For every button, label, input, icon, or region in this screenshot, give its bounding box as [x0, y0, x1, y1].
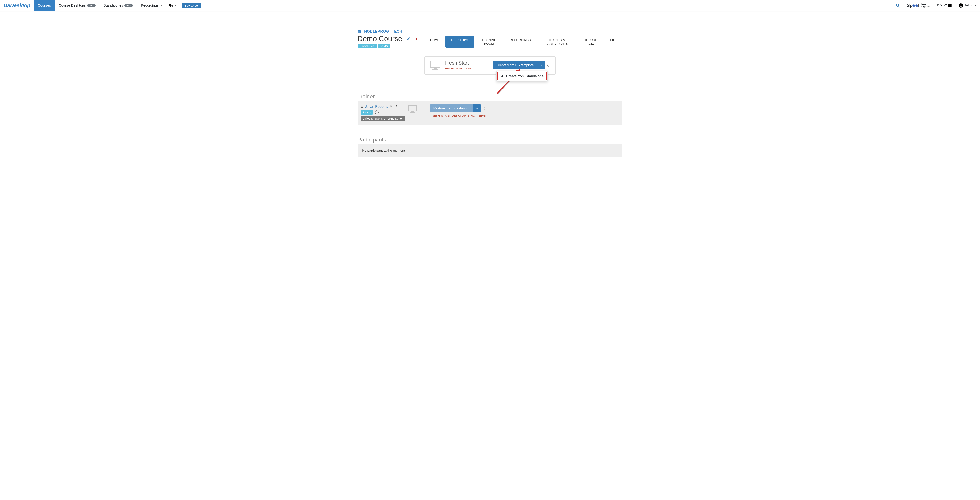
nav-dd4w-label: DD4W [937, 3, 947, 8]
desktop-icon [408, 105, 417, 113]
person-icon [361, 105, 363, 108]
trash-icon[interactable] [415, 37, 418, 41]
search-icon[interactable] [892, 3, 903, 8]
nav-user-menu[interactable]: Julian ▼ [956, 3, 980, 8]
history-icon[interactable] [483, 107, 487, 110]
svg-point-10 [951, 5, 952, 6]
tab-recordings[interactable]: RECORDINGS [504, 36, 537, 48]
svg-rect-14 [434, 68, 437, 69]
server-icon [948, 4, 952, 7]
svg-text:A: A [169, 4, 170, 6]
breadcrumb-org[interactable]: NOBLEPROG [364, 29, 389, 34]
trainer-location-badge: United Kingdom, Chipping Norton [361, 116, 405, 121]
tab-course-roll[interactable]: COURSE ROLL [577, 36, 604, 48]
svg-rect-21 [411, 112, 414, 112]
spool-sub: learntogether [921, 3, 931, 8]
svg-point-12 [960, 5, 961, 5]
trainer-desktop-warning: FRESH-START DESKTOP IS NOT READY [430, 114, 488, 117]
svg-point-19 [361, 105, 363, 107]
nav-recordings-label: Recordings [141, 3, 159, 8]
course-tabs: HOME DESKTOPS TRAINING ROOM RECORDINGS T… [424, 36, 622, 48]
tag-demo: DEMO [378, 44, 390, 48]
participants-heading: Participants [358, 137, 622, 143]
nav-standalones-badge: 445 [124, 3, 133, 8]
trainer-s-badge: S [390, 104, 392, 107]
edit-icon[interactable] [407, 37, 410, 41]
trainer-name-link[interactable]: Julian Robbins [365, 105, 388, 109]
top-nav: DaDesktop Courses Course Desktops 391 St… [0, 0, 980, 11]
svg-rect-22 [410, 112, 415, 113]
history-icon[interactable] [547, 63, 550, 67]
restore-button-group: Restore from Fresh-start ▼ [430, 104, 481, 112]
restore-from-fresh-start-button[interactable]: Restore from Fresh-start [430, 104, 473, 112]
breadcrumb: NOBLEPROG TECH [358, 29, 622, 34]
chevron-down-icon: ▼ [975, 4, 977, 7]
course-title: Demo Course [358, 35, 402, 43]
nav-buy-server-wrap: Buy server [180, 0, 204, 11]
nav-course-desktops-badge: 391 [87, 3, 95, 8]
nav-course-desktops-label: Course Desktops [59, 3, 86, 8]
buy-server-button[interactable]: Buy server [182, 3, 201, 8]
nav-dd4w[interactable]: DD4W [934, 3, 956, 8]
create-from-standalone-item[interactable]: ＋ Create from Standalone [498, 72, 547, 80]
participants-panel: No participant at the moment [358, 144, 622, 157]
chevron-down-icon: ▼ [160, 4, 162, 7]
svg-rect-15 [433, 69, 438, 70]
svg-point-11 [951, 6, 952, 7]
nav-recordings[interactable]: Recordings ▼ [137, 0, 166, 11]
tab-desktops[interactable]: DESKTOPS [445, 36, 474, 48]
participants-empty-text: No participant at the moment [362, 149, 405, 152]
user-icon [959, 3, 963, 8]
tag-upcoming: UPCOMING [358, 44, 377, 48]
create-from-os-template-button[interactable]: Create from OS template [493, 61, 537, 69]
translate-icon: A文 [169, 4, 173, 7]
nav-language[interactable]: A文 ▼ [166, 0, 180, 11]
chevron-down-icon: ▼ [175, 4, 177, 7]
svg-point-9 [951, 4, 952, 5]
trainer-panel: Julian Robbins S ⋮ It's you ? United Kin… [358, 101, 622, 125]
svg-text:文: 文 [171, 5, 172, 7]
brand-logo[interactable]: DaDesktop [0, 3, 34, 9]
svg-point-4 [896, 4, 899, 6]
fresh-start-warning: FRESH START IS NO… [444, 67, 475, 70]
course-tags: UPCOMING DEMO [358, 44, 418, 48]
spool-logo[interactable]: Spl learntogether [903, 3, 934, 8]
its-you-badge: It's you [361, 110, 373, 115]
spool-text: Spl [907, 3, 920, 8]
nav-user-name: Julian [964, 3, 973, 8]
svg-rect-20 [408, 105, 417, 111]
tab-bill[interactable]: BILL [604, 36, 622, 48]
svg-rect-13 [430, 61, 440, 68]
fresh-start-title: Fresh Start [444, 60, 475, 66]
plus-icon: ＋ [501, 74, 504, 78]
tab-training-room[interactable]: TRAINING ROOM [474, 36, 504, 48]
create-from-standalone-label: Create from Standalone [506, 74, 544, 78]
tab-home[interactable]: HOME [424, 36, 445, 48]
nav-course-desktops[interactable]: Course Desktops 391 [55, 0, 100, 11]
trainer-kebab-menu[interactable]: ⋮ [393, 104, 399, 109]
svg-line-5 [899, 6, 900, 7]
create-button-group: Create from OS template ▼ [493, 61, 545, 69]
help-icon[interactable]: ? [375, 110, 379, 114]
nav-standalones[interactable]: Standalones 445 [100, 0, 137, 11]
institution-icon [358, 29, 361, 34]
tab-trainer-participants[interactable]: TRAINER & PARTICIPANTS [537, 36, 577, 48]
fresh-start-card: Fresh Start FRESH START IS NO… Create fr… [424, 56, 556, 75]
nav-standalones-label: Standalones [103, 3, 123, 8]
restore-dropdown-toggle[interactable]: ▼ [473, 104, 481, 112]
nav-courses[interactable]: Courses [34, 0, 55, 11]
desktop-icon [430, 61, 440, 70]
create-dropdown-menu: ＋ Create from Standalone [496, 71, 547, 81]
create-dropdown-toggle[interactable]: ▼ [537, 61, 545, 69]
breadcrumb-tech[interactable]: TECH [392, 29, 402, 34]
trainer-heading: Trainer [358, 93, 622, 100]
